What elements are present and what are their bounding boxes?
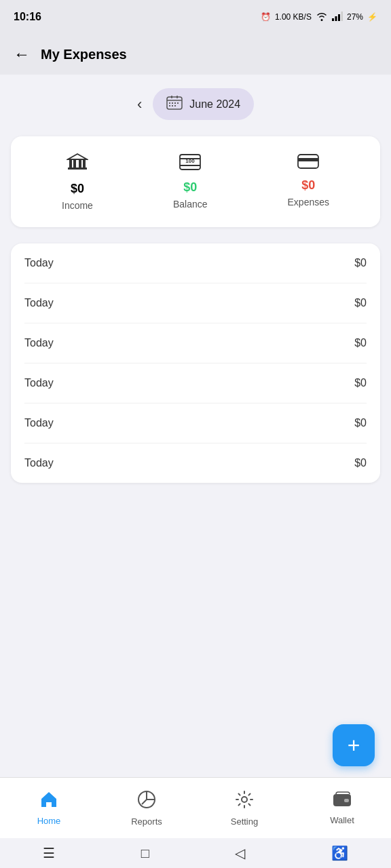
- svg-rect-12: [169, 105, 170, 106]
- transaction-amount-4: $0: [354, 377, 367, 389]
- svg-rect-26: [298, 158, 318, 161]
- wifi-icon: [316, 12, 328, 23]
- bank-icon: [67, 153, 88, 178]
- svg-rect-10: [174, 102, 176, 104]
- balance-amount: $0: [183, 180, 197, 195]
- nav-setting[interactable]: Setting: [196, 790, 293, 827]
- transaction-amount-5: $0: [354, 417, 367, 429]
- page-title: My Expenses: [41, 47, 127, 62]
- svg-rect-14: [174, 105, 176, 106]
- svg-rect-18: [79, 159, 81, 167]
- card-icon: [297, 153, 319, 174]
- month-label: June 2024: [189, 98, 240, 111]
- calendar-icon: [166, 95, 183, 113]
- nav-home[interactable]: Home: [0, 791, 98, 826]
- transaction-label-6: Today: [24, 457, 54, 469]
- summary-card: $0 Income 100 $0 Balance $0: [11, 136, 380, 227]
- svg-rect-9: [172, 102, 173, 104]
- transaction-label-3: Today: [24, 337, 54, 349]
- svg-rect-23: [180, 165, 200, 166]
- svg-marker-15: [68, 154, 87, 159]
- income-summary: $0 Income: [62, 153, 93, 211]
- svg-rect-33: [344, 799, 349, 802]
- svg-rect-7: [176, 96, 178, 98]
- transaction-label-1: Today: [24, 257, 54, 269]
- svg-rect-17: [73, 159, 76, 167]
- nav-setting-label: Setting: [231, 816, 258, 827]
- transaction-amount-6: $0: [354, 457, 367, 469]
- reports-icon: [137, 790, 156, 814]
- balance-label: Balance: [173, 199, 208, 210]
- table-row[interactable]: Today $0: [24, 443, 367, 483]
- gear-icon: [235, 790, 254, 814]
- signal-icon: [332, 12, 343, 23]
- charging-icon: ⚡: [367, 12, 377, 22]
- nav-reports-label: Reports: [131, 816, 162, 827]
- android-menu-button[interactable]: ☰: [43, 845, 55, 861]
- transaction-label-2: Today: [24, 297, 54, 309]
- android-accessibility-button[interactable]: ♿: [331, 845, 348, 861]
- nav-wallet-label: Wallet: [330, 815, 354, 825]
- money-icon: 100: [179, 153, 201, 176]
- table-row[interactable]: Today $0: [24, 323, 367, 363]
- expenses-summary: $0 Expenses: [288, 153, 329, 211]
- bottom-nav: Home Reports Setting: [0, 777, 391, 838]
- svg-point-31: [242, 797, 247, 802]
- svg-rect-13: [172, 105, 173, 106]
- transaction-label-5: Today: [24, 417, 54, 429]
- svg-rect-1: [335, 16, 337, 21]
- transaction-label-4: Today: [24, 377, 54, 389]
- expenses-label: Expenses: [288, 197, 329, 208]
- svg-rect-11: [177, 102, 179, 104]
- svg-rect-0: [332, 18, 334, 21]
- month-pill[interactable]: June 2024: [153, 88, 254, 120]
- transactions-card: Today $0 Today $0 Today $0 Today $0 Toda…: [11, 243, 380, 483]
- table-row[interactable]: Today $0: [24, 283, 367, 323]
- android-home-button[interactable]: □: [141, 846, 149, 861]
- table-row[interactable]: Today $0: [24, 403, 367, 443]
- nav-wallet[interactable]: Wallet: [293, 791, 391, 825]
- wallet-icon: [333, 791, 352, 812]
- transaction-amount-3: $0: [354, 337, 367, 349]
- nav-home-label: Home: [37, 816, 61, 826]
- main-content: ‹ June 2024: [0, 75, 391, 777]
- expenses-amount: $0: [301, 178, 315, 193]
- add-expense-button[interactable]: +: [333, 724, 375, 766]
- status-icons: ⏰ 1.00 KB/S 27% ⚡: [261, 12, 377, 23]
- speed-indicator: 1.00 KB/S: [275, 12, 312, 22]
- svg-rect-19: [83, 159, 86, 167]
- android-back-button[interactable]: ◁: [235, 845, 245, 861]
- transaction-amount-1: $0: [354, 257, 367, 269]
- svg-rect-8: [169, 102, 170, 104]
- svg-rect-16: [69, 159, 72, 167]
- nav-reports[interactable]: Reports: [98, 790, 196, 827]
- svg-line-30: [142, 800, 147, 804]
- status-bar: 10:16 ⏰ 1.00 KB/S 27% ⚡: [0, 0, 391, 34]
- svg-rect-6: [171, 96, 172, 98]
- table-row[interactable]: Today $0: [24, 243, 367, 283]
- svg-rect-20: [68, 167, 87, 170]
- status-time: 10:16: [14, 11, 41, 23]
- transaction-amount-2: $0: [354, 297, 367, 309]
- income-amount: $0: [71, 182, 84, 196]
- svg-rect-3: [341, 12, 343, 21]
- back-button[interactable]: ←: [14, 45, 30, 64]
- plus-icon: +: [348, 734, 360, 756]
- svg-rect-2: [338, 14, 340, 21]
- prev-month-button[interactable]: ‹: [137, 96, 142, 113]
- battery-icon: 27%: [347, 12, 363, 22]
- income-label: Income: [62, 200, 93, 211]
- android-nav-bar: ☰ □ ◁ ♿: [0, 838, 391, 868]
- balance-summary: 100 $0 Balance: [173, 153, 208, 211]
- svg-text:100: 100: [186, 158, 196, 164]
- month-selector: ‹ June 2024: [11, 88, 380, 120]
- home-icon: [39, 791, 58, 813]
- app-header: ← My Expenses: [0, 34, 391, 75]
- alarm-icon: ⏰: [261, 12, 271, 22]
- table-row[interactable]: Today $0: [24, 363, 367, 403]
